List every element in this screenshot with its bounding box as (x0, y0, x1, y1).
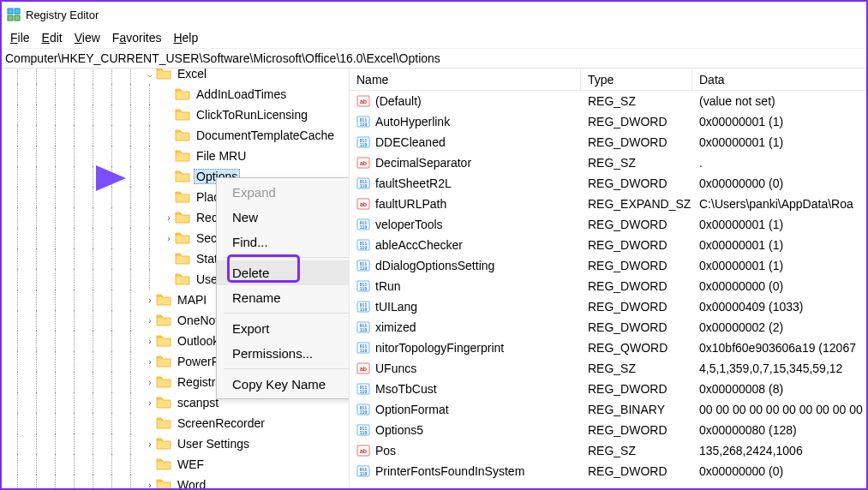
menu-item-export[interactable]: Export (217, 316, 350, 341)
menu-item-label: Delete (232, 266, 269, 280)
values-header: Name Type Data (350, 69, 866, 91)
tree-item[interactable]: ›User Settings (2, 433, 337, 454)
expander-icon[interactable] (163, 253, 175, 265)
col-header-name[interactable]: Name (350, 69, 581, 90)
value-row[interactable]: 011110faultSheetR2LREG_DWORD0x00000000 (… (350, 173, 866, 194)
value-name: (Default) (375, 94, 422, 108)
expander-icon[interactable]: › (144, 397, 156, 409)
menu-item-label: New (232, 210, 258, 224)
value-name: OptionFormat (375, 403, 449, 416)
expander-icon[interactable]: › (163, 232, 175, 244)
menu-item-copykeyname[interactable]: Copy Key Name (217, 372, 350, 397)
expander-icon[interactable] (163, 191, 175, 203)
value-row[interactable]: 011110ximizedREG_DWORD0x00000002 (2) (350, 317, 866, 338)
menu-view[interactable]: View (69, 29, 105, 46)
expander-icon[interactable]: › (144, 479, 156, 488)
expander-icon[interactable]: › (144, 294, 156, 306)
tree-item-label: File MRU (194, 148, 248, 164)
value-row[interactable]: abPosREG_SZ135,268,2424,1006 (350, 440, 866, 461)
tree-pane[interactable]: ⌵ExcelAddInLoadTimesClickToRunLicensingD… (2, 69, 350, 488)
value-data: . (692, 156, 866, 170)
expander-icon[interactable] (163, 273, 175, 285)
value-type: REG_DWORD (581, 115, 692, 128)
svg-text:110: 110 (360, 122, 368, 127)
tree-item[interactable]: DocumentTemplateCache (2, 125, 337, 146)
value-type: REG_SZ (581, 444, 692, 457)
svg-text:110: 110 (360, 471, 368, 476)
expander-icon[interactable] (163, 109, 175, 121)
expander-icon[interactable] (144, 458, 156, 470)
value-data: 0x00000080 (128) (692, 423, 866, 437)
arrow-annotation (19, 161, 130, 198)
value-row[interactable]: 011110AutoHyperlinkREG_DWORD0x00000001 (… (350, 111, 866, 132)
tree-item[interactable]: AddInLoadTimes (2, 84, 337, 105)
value-row[interactable]: abUFuncsREG_SZ4,5,1,359,0,7,15,345,59,12 (350, 358, 866, 379)
tree-item[interactable]: ⌵Excel (2, 69, 337, 84)
value-type: REG_SZ (581, 94, 692, 108)
svg-rect-2 (8, 15, 13, 21)
expander-icon[interactable]: ⌵ (144, 69, 156, 80)
tree-item-label: MAPI (175, 292, 209, 308)
tree-item[interactable]: WEF (2, 454, 337, 475)
values-pane[interactable]: Name Type Data ab(Default)REG_SZ(value n… (350, 69, 866, 488)
value-name: PrinterFontsFoundInSystem (375, 464, 524, 478)
tree-item[interactable]: ›Word (2, 475, 337, 488)
menu-item-find[interactable]: Find... (217, 230, 350, 254)
value-row[interactable]: 011110dDialogOptionsSettingREG_DWORD0x00… (350, 255, 866, 276)
tree-item[interactable]: ScreenRecorder (2, 413, 337, 433)
expander-icon[interactable] (163, 150, 175, 162)
col-header-data[interactable]: Data (692, 69, 866, 90)
value-type: REG_QWORD (581, 341, 692, 355)
tree-item-label: Outlook (175, 333, 221, 349)
svg-text:ab: ab (360, 99, 367, 105)
address-path: Computer\HKEY_CURRENT_USER\Software\Micr… (5, 51, 440, 65)
expander-icon[interactable]: › (144, 356, 156, 368)
value-row[interactable]: ab(Default)REG_SZ(value not set) (350, 91, 866, 111)
value-type: REG_DWORD (581, 176, 692, 190)
value-row[interactable]: 011110PrinterFontsFoundInSystemREG_DWORD… (350, 461, 866, 481)
value-row[interactable]: 011110DDECleanedREG_DWORD0x00000001 (1) (350, 132, 866, 152)
expander-icon[interactable]: › (144, 335, 156, 347)
menu-file[interactable]: File (5, 29, 35, 46)
value-row[interactable]: 011110tRunREG_DWORD0x00000000 (0) (350, 276, 866, 296)
value-data: 0x00000000 (0) (692, 464, 866, 478)
value-row[interactable]: 011110ableAccCheckerREG_DWORD0x00000001 … (350, 235, 866, 255)
menu-item-permissions[interactable]: Permissions... (217, 341, 350, 366)
expander-icon[interactable]: › (144, 376, 156, 388)
value-name: DDECleaned (375, 135, 446, 149)
menu-favorites[interactable]: Favorites (107, 29, 167, 46)
value-name: faultURLPath (375, 197, 446, 211)
value-data: 0x00000001 (1) (692, 259, 866, 272)
value-row[interactable]: abDecimalSeparatorREG_SZ. (350, 152, 866, 173)
value-type: REG_BINARY (581, 403, 692, 416)
value-row[interactable]: 011110tUILangREG_DWORD0x00000409 (1033) (350, 296, 866, 317)
expander-icon[interactable]: › (144, 314, 156, 326)
svg-text:ab: ab (360, 448, 367, 454)
expander-icon[interactable] (163, 129, 175, 141)
expander-icon[interactable]: › (163, 212, 175, 224)
expander-icon[interactable]: › (144, 438, 156, 450)
value-row[interactable]: 011110Options5REG_DWORD0x00000080 (128) (350, 420, 866, 440)
svg-rect-3 (15, 15, 20, 21)
value-data: 4,5,1,359,0,7,15,345,59,12 (692, 362, 866, 375)
value-type: REG_DWORD (581, 279, 692, 293)
menu-edit[interactable]: Edit (37, 29, 68, 46)
value-row[interactable]: 011110veloperToolsREG_DWORD0x00000001 (1… (350, 214, 866, 235)
expander-icon[interactable] (163, 88, 175, 100)
value-row[interactable]: abfaultURLPathREG_EXPAND_SZC:\Users\pank… (350, 194, 866, 214)
tree-item[interactable]: ClickToRunLicensing (2, 105, 337, 125)
menu-item-rename[interactable]: Rename (217, 285, 350, 310)
menu-help[interactable]: Help (168, 29, 203, 46)
expander-icon[interactable] (163, 170, 175, 182)
menu-item-delete[interactable]: Delete (217, 260, 350, 285)
value-row[interactable]: 011110MsoTbCustREG_DWORD0x00000008 (8) (350, 379, 866, 399)
value-row[interactable]: 011110OptionFormatREG_BINARY00 00 00 00 … (350, 399, 866, 420)
col-header-type[interactable]: Type (581, 69, 692, 90)
address-bar[interactable]: Computer\HKEY_CURRENT_USER\Software\Micr… (2, 48, 866, 69)
expander-icon[interactable] (144, 417, 156, 429)
value-data: 0x00000409 (1033) (692, 300, 866, 314)
value-data: C:\Users\panki\AppData\Roa (692, 197, 866, 211)
menu-item-new[interactable]: New› (217, 205, 350, 230)
value-type: REG_DWORD (581, 218, 692, 231)
value-row[interactable]: 011110nitorTopologyFingerprintREG_QWORD0… (350, 338, 866, 358)
